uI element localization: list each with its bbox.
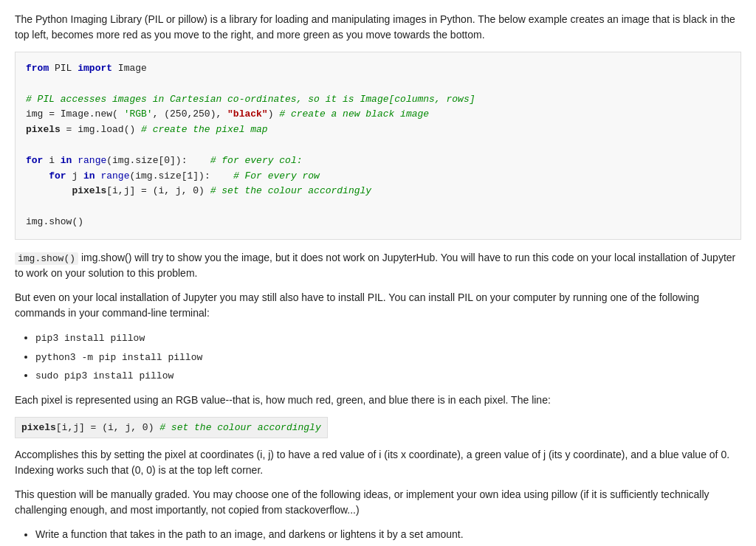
install-command-3: sudo pip3 install pillow	[35, 367, 741, 384]
install-command-2: python3 -m pip install pillow	[35, 349, 741, 365]
inline-code-block: pixels[i,j] = (i, j, 0) # set the colour…	[15, 417, 328, 439]
install-commands-list: pip3 install pillow python3 -m pip insta…	[35, 330, 741, 384]
intro-paragraph: The Python Imaging Library (PIL or pillo…	[15, 12, 741, 43]
show-note: img.show() img.show() will try to show y…	[15, 250, 741, 282]
install-command-1: pip3 install pillow	[35, 330, 741, 346]
accomplishes-text: Accomplishes this by setting the pixel a…	[15, 447, 741, 478]
rgb-explanation: Each pixel is represented using an RGB v…	[15, 393, 741, 408]
idea-1: Write a function that takes in the path …	[35, 527, 741, 542]
code-block-main: from PIL import Image # PIL accesses ima…	[15, 52, 741, 240]
install-note: But even on your local installation of J…	[15, 290, 741, 321]
ideas-list: Write a function that takes in the path …	[35, 527, 741, 546]
grading-note: This question will be manually graded. Y…	[15, 487, 741, 518]
